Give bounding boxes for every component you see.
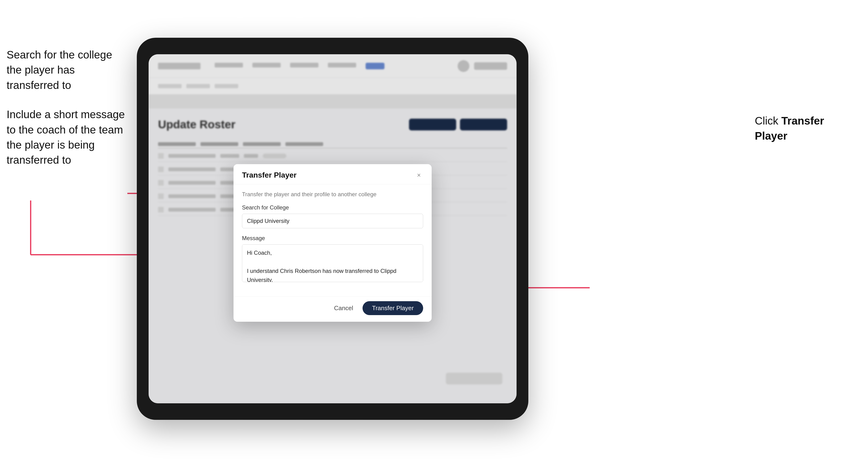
modal-overlay: Transfer Player × Transfer the player an… bbox=[149, 54, 517, 403]
modal-title: Transfer Player bbox=[242, 171, 297, 180]
modal-body: Transfer the player and their profile to… bbox=[234, 184, 432, 296]
modal-header: Transfer Player × bbox=[234, 164, 432, 184]
modal-footer: Cancel Transfer Player bbox=[234, 296, 432, 322]
annotation-left: Search for the college the player has tr… bbox=[7, 47, 129, 182]
transfer-player-modal: Transfer Player × Transfer the player an… bbox=[234, 164, 432, 322]
message-textarea[interactable]: Hi Coach, I understand Chris Robertson h… bbox=[242, 244, 423, 282]
tablet-screen: Update Roster bbox=[149, 54, 517, 403]
cancel-button[interactable]: Cancel bbox=[329, 302, 358, 314]
annotation-search-text: Search for the college the player has tr… bbox=[7, 47, 129, 93]
modal-subtitle: Transfer the player and their profile to… bbox=[242, 191, 423, 198]
search-college-label: Search for College bbox=[242, 204, 423, 211]
search-college-input[interactable] bbox=[242, 214, 423, 228]
message-group: Message Hi Coach, I understand Chris Rob… bbox=[242, 235, 423, 283]
transfer-player-button[interactable]: Transfer Player bbox=[363, 301, 423, 315]
message-label: Message bbox=[242, 235, 423, 242]
annotation-right: Click Transfer Player bbox=[755, 113, 849, 144]
tablet-device: Update Roster bbox=[137, 38, 528, 420]
annotation-transfer-text: Click Transfer Player bbox=[755, 113, 849, 144]
search-college-group: Search for College bbox=[242, 204, 423, 228]
modal-close-button[interactable]: × bbox=[415, 171, 423, 180]
annotation-message-text: Include a short message to the coach of … bbox=[7, 107, 129, 168]
